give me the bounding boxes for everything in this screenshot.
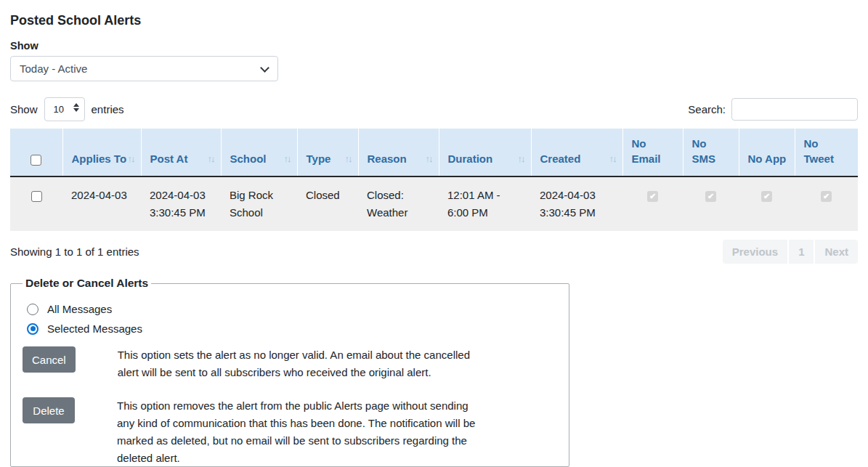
cell-no-sms: ✔ xyxy=(683,176,739,231)
no-tweet-checked-checkbox: ✔ xyxy=(821,191,832,202)
header-applies-to-label: Applies To xyxy=(72,153,127,165)
header-reason-label: Reason xyxy=(368,153,407,165)
table-footer: Showing 1 to 1 of 1 entries Previous 1 N… xyxy=(10,240,858,264)
table-controls-row: Show 10 entries Search: xyxy=(10,97,858,121)
cell-no-app: ✔ xyxy=(739,176,795,231)
delete-or-cancel-fieldset: Delete or Cancel Alerts All Messages Sel… xyxy=(10,277,569,467)
cancel-description: This option sets the alert as no longer … xyxy=(118,346,484,381)
header-duration-label: Duration xyxy=(448,153,493,165)
selected-messages-radio[interactable] xyxy=(27,323,38,335)
header-school[interactable]: School ↑↓ xyxy=(221,129,297,176)
entries-prefix-label: Show xyxy=(10,103,38,115)
no-app-checked-checkbox: ✔ xyxy=(761,191,772,202)
all-messages-radio-label[interactable]: All Messages xyxy=(47,303,112,315)
header-reason[interactable]: Reason ↑↓ xyxy=(358,129,439,176)
header-post-at-label: Post At xyxy=(150,153,188,165)
delete-description: This option removes the alert from the p… xyxy=(117,397,484,467)
fieldset-legend: Delete or Cancel Alerts xyxy=(23,277,151,290)
sort-icon[interactable]: ↑↓ xyxy=(284,151,291,166)
entries-suffix-label: entries xyxy=(92,103,124,115)
header-type[interactable]: Type ↑↓ xyxy=(297,129,358,176)
row-select-cell xyxy=(10,176,62,231)
cell-no-tweet: ✔ xyxy=(795,176,858,231)
cell-applies-to: 2024-04-03 xyxy=(62,176,141,231)
select-all-checkbox[interactable] xyxy=(31,155,41,166)
cell-created: 2024-04-03 3:30:45 PM xyxy=(531,176,622,231)
header-type-label: Type xyxy=(307,153,331,165)
posted-school-alerts-page: Posted School Alerts Show Today - Active… xyxy=(0,0,868,467)
header-no-tweet-label: No Tweet xyxy=(804,137,834,165)
pagination-page-1-button[interactable]: 1 xyxy=(787,240,814,264)
cancel-action-row: Cancel This option sets the alert as no … xyxy=(23,346,557,381)
cancel-button[interactable]: Cancel xyxy=(23,346,76,373)
pagination: Previous 1 Next xyxy=(723,240,858,264)
search-input[interactable] xyxy=(731,98,858,121)
show-filter-label: Show xyxy=(10,40,858,52)
no-email-checked-checkbox: ✔ xyxy=(647,191,658,202)
sort-icon[interactable]: ↑↓ xyxy=(518,151,524,166)
header-duration[interactable]: Duration ↑↓ xyxy=(439,129,531,176)
alerts-table-body: 2024-04-03 2024-04-03 3:30:45 PM Big Roc… xyxy=(10,176,858,231)
all-messages-radio-row[interactable]: All Messages xyxy=(27,303,557,315)
all-messages-radio[interactable] xyxy=(27,304,38,315)
cell-no-email: ✔ xyxy=(622,176,683,231)
selected-messages-radio-row[interactable]: Selected Messages xyxy=(27,322,557,335)
header-created[interactable]: Created ↑↓ xyxy=(531,129,622,176)
header-no-tweet: No Tweet xyxy=(795,129,858,176)
sort-icon[interactable]: ↑↓ xyxy=(609,151,616,166)
header-row: Applies To ↑↓ Post At ↑↓ School ↑↓ Type … xyxy=(10,129,858,176)
selected-messages-radio-label[interactable]: Selected Messages xyxy=(47,322,142,335)
cell-type: Closed xyxy=(297,176,358,231)
header-no-app-label: No App xyxy=(748,153,787,165)
header-select-all-cell xyxy=(10,129,62,176)
delete-button[interactable]: Delete xyxy=(23,397,75,423)
cell-post-at: 2024-04-03 3:30:45 PM xyxy=(141,176,221,231)
entries-select-wrap: 10 xyxy=(44,97,85,121)
delete-action-row: Delete This option removes the alert fro… xyxy=(23,397,557,467)
cell-duration: 12:01 AM - 6:00 PM xyxy=(439,176,531,231)
pagination-next-button[interactable]: Next xyxy=(814,240,858,264)
entries-length-control: Show 10 entries xyxy=(10,97,124,121)
header-no-sms: No SMS xyxy=(683,129,739,176)
header-post-at[interactable]: Post At ↑↓ xyxy=(141,129,221,176)
entries-info-text: Showing 1 to 1 of 1 entries xyxy=(10,245,139,258)
pagination-previous-button[interactable]: Previous xyxy=(723,240,787,264)
sort-icon[interactable]: ↑↓ xyxy=(128,151,134,166)
sort-icon[interactable]: ↑↓ xyxy=(208,151,214,166)
show-filter-select[interactable]: Today - Active xyxy=(10,56,278,81)
header-applies-to[interactable]: Applies To ↑↓ xyxy=(62,129,141,176)
page-title: Posted School Alerts xyxy=(10,13,858,28)
header-created-label: Created xyxy=(540,153,581,165)
table-row: 2024-04-03 2024-04-03 3:30:45 PM Big Roc… xyxy=(10,176,858,231)
header-no-app: No App xyxy=(739,129,795,176)
header-no-sms-label: No SMS xyxy=(692,137,716,165)
sort-icon[interactable]: ↑↓ xyxy=(426,151,432,166)
alerts-table: Applies To ↑↓ Post At ↑↓ School ↑↓ Type … xyxy=(10,129,858,231)
search-control: Search: xyxy=(688,98,858,121)
show-filter-select-wrap: Today - Active xyxy=(10,56,278,81)
header-no-email-label: No Email xyxy=(632,137,661,165)
search-label: Search: xyxy=(688,103,726,115)
alerts-table-header: Applies To ↑↓ Post At ↑↓ School ↑↓ Type … xyxy=(10,129,858,176)
sort-icon[interactable]: ↑↓ xyxy=(345,151,352,166)
entries-select[interactable]: 10 xyxy=(44,97,85,121)
header-school-label: School xyxy=(230,153,267,165)
cell-school: Big Rock School xyxy=(221,176,297,231)
row-select-checkbox[interactable] xyxy=(31,191,42,202)
no-sms-checked-checkbox: ✔ xyxy=(705,191,716,202)
cell-reason: Closed: Weather xyxy=(358,176,439,231)
header-no-email: No Email xyxy=(622,129,683,176)
